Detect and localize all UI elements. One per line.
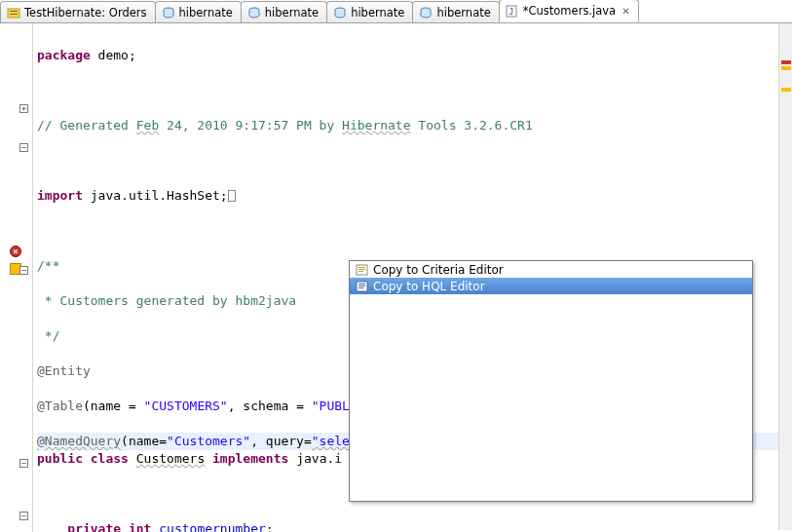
db-icon (247, 6, 261, 19)
svg-rect-0 (8, 9, 19, 18)
menu-item-copy-criteria[interactable]: Copy to Criteria Editor (350, 261, 752, 278)
db-icon (419, 6, 433, 19)
fold-collapse-icon[interactable]: − (19, 266, 28, 275)
fold-collapse-icon[interactable]: − (19, 143, 28, 152)
tab-hibernate-1[interactable]: hibernate (155, 1, 242, 22)
svg-rect-1 (10, 11, 18, 12)
fold-expand-icon[interactable]: + (19, 104, 28, 113)
hql-icon (7, 6, 20, 19)
fold-collapse-icon[interactable]: − (19, 512, 28, 520)
menu-item-copy-hql[interactable]: Copy to HQL Editor (350, 278, 752, 294)
annotation: @NamedQuery (37, 434, 121, 448)
tab-label: hibernate (436, 6, 490, 19)
string-literal: "CUSTOMERS" (144, 399, 228, 413)
ruler-warn-mark[interactable] (781, 66, 791, 70)
svg-rect-15 (358, 285, 365, 286)
annotation: @Entity (37, 363, 91, 378)
svg-rect-16 (358, 287, 363, 288)
menu-item-label: Copy to Criteria Editor (373, 263, 504, 277)
svg-rect-2 (10, 14, 18, 15)
context-menu: Copy to Criteria Editor Copy to HQL Edit… (349, 260, 753, 502)
tab-label: *Customers.java (523, 4, 616, 18)
keyword: private (67, 521, 121, 532)
menu-item-label: Copy to HQL Editor (373, 280, 485, 293)
ruler-warn-mark[interactable] (781, 88, 791, 92)
string-literal: "Customers" (167, 434, 250, 448)
class-name: Customers (136, 451, 205, 466)
keyword: class (91, 451, 129, 466)
code-text: (name = (83, 399, 144, 413)
code-text: , query= (250, 434, 312, 448)
error-marker[interactable]: × (8, 244, 23, 259)
keyword: implements (212, 451, 288, 466)
svg-rect-10 (358, 267, 365, 268)
tab-hibernate-2[interactable]: hibernate (241, 1, 327, 22)
svg-rect-12 (358, 271, 363, 272)
tab-hibernate-4[interactable]: hibernate (412, 1, 499, 22)
comment: // Generated Feb 24, 2010 9:17:57 PM by … (37, 118, 533, 133)
editor-gutter[interactable]: + × − − − − (0, 23, 33, 532)
code-text: java.util.HashSet; (83, 188, 228, 203)
tab-label: TestHibernate: Orders (24, 6, 147, 19)
code-text: (name= (121, 434, 167, 448)
fold-collapse-icon[interactable]: − (19, 459, 28, 468)
javadoc: * Customers generated by hbm2java (37, 293, 296, 308)
tab-label: hibernate (351, 6, 404, 19)
keyword: public (37, 451, 83, 466)
tab-testhibernate-orders[interactable]: TestHibernate: Orders (0, 1, 156, 22)
annotation: @Table (37, 399, 83, 413)
java-icon: J (506, 4, 519, 18)
tab-customers-java[interactable]: J *Customers.java ✕ (499, 0, 639, 22)
keyword: int (129, 521, 151, 532)
javadoc: /** (37, 258, 59, 273)
db-icon (333, 6, 347, 19)
ruler-error-mark[interactable] (781, 60, 791, 64)
svg-rect-11 (358, 269, 365, 270)
keyword: import (37, 188, 83, 203)
keyword: package (37, 48, 91, 62)
editor-tab-bar: TestHibernate: Orders hibernate hibernat… (0, 0, 792, 23)
close-icon[interactable]: ✕ (622, 6, 629, 17)
tab-hibernate-3[interactable]: hibernate (326, 1, 413, 22)
editor-icon (356, 280, 369, 293)
svg-rect-14 (358, 284, 365, 285)
overview-ruler[interactable] (778, 23, 792, 530)
tab-label: hibernate (179, 6, 233, 19)
field: customernumber (159, 521, 266, 532)
javadoc: */ (37, 328, 59, 343)
db-icon (162, 6, 175, 19)
editor-icon (356, 263, 369, 277)
code-text: demo; (91, 48, 136, 62)
svg-text:J: J (509, 7, 513, 17)
tab-label: hibernate (265, 6, 319, 19)
code-text: , schema = (228, 399, 312, 413)
code-text: java.i (288, 451, 342, 466)
folded-imports-box[interactable] (228, 190, 236, 202)
